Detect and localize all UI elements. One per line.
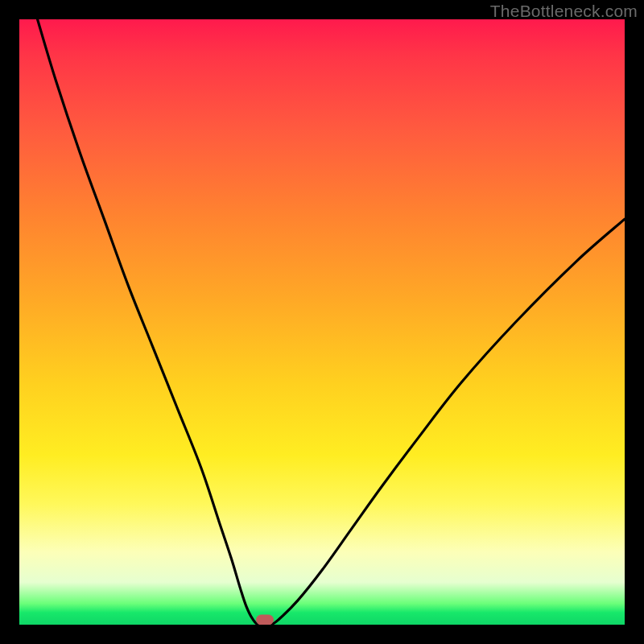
- optimal-marker-icon: [256, 614, 274, 625]
- watermark-text: TheBottleneck.com: [490, 2, 638, 21]
- bottleneck-curve: [19, 19, 625, 625]
- plot-area: [19, 19, 625, 625]
- chart-frame: TheBottleneck.com: [0, 0, 644, 644]
